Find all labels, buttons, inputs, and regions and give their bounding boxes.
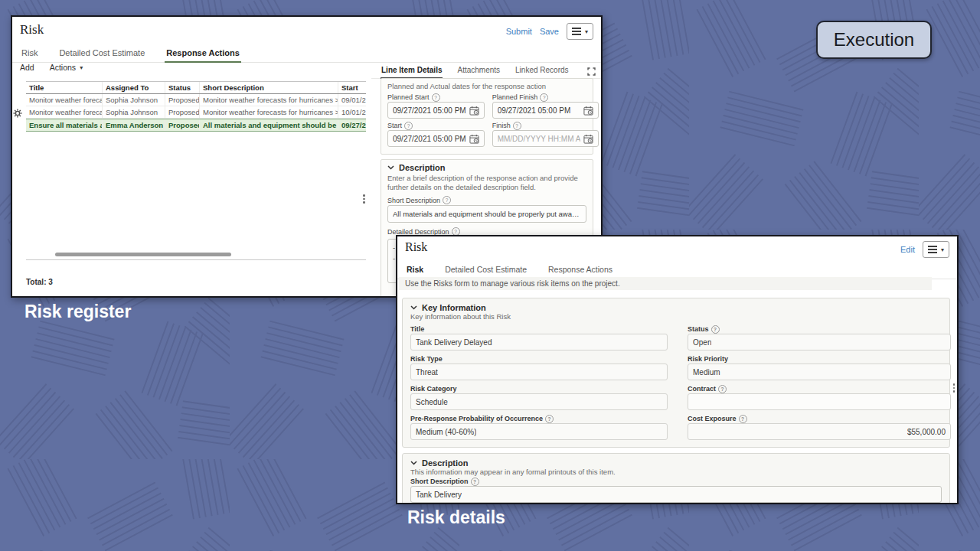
window-menu-button[interactable]: ▾ <box>923 241 949 258</box>
column-header-status[interactable]: Status <box>165 82 200 93</box>
panel-tab-linked-records[interactable]: Linked Records <box>514 63 569 79</box>
column-header-assigned-to[interactable]: Assigned To <box>103 82 165 93</box>
risk-register-caption: Risk register <box>24 302 131 322</box>
gear-icon[interactable] <box>13 107 22 121</box>
status-input[interactable]: Open <box>688 334 951 350</box>
info-bar: Use the Risks form to manage various ris… <box>399 277 932 290</box>
add-button[interactable]: Add <box>20 63 34 72</box>
column-header-short-description[interactable]: Short Description <box>200 82 338 93</box>
window-title: Risk <box>405 240 427 254</box>
table-row-selected[interactable]: Ensure all materials are proper... Emma … <box>26 119 366 132</box>
help-icon[interactable]: ? <box>513 122 521 130</box>
calendar-icon[interactable] <box>469 106 479 116</box>
short-description-input[interactable]: All materials and equipment should be pr… <box>387 205 586 223</box>
table-row[interactable]: Monitor weather forecasts Sophia Johnson… <box>26 94 366 106</box>
calendar-icon[interactable] <box>469 134 479 144</box>
panel-resize-handle[interactable] <box>953 383 956 393</box>
title-input[interactable]: Tank Delivery Delayed <box>410 334 668 350</box>
planned-finish-input[interactable]: 09/27/2021 05:00 PM <box>492 102 599 119</box>
field-label-pre-response-probability: Pre-Response Probability of Occurrence? <box>410 414 668 423</box>
help-icon[interactable]: ? <box>471 478 479 486</box>
finish-input[interactable]: MM/DD/YYYY HH:MM A <box>492 130 599 147</box>
tab-risk[interactable]: Risk <box>20 44 39 63</box>
save-button[interactable]: Save <box>540 27 559 36</box>
risk-category-input[interactable]: Schedule <box>410 393 668 410</box>
tab-detailed-cost-estimate[interactable]: Detailed Cost Estimate <box>57 44 146 63</box>
help-icon[interactable]: ? <box>545 415 554 423</box>
column-header-start[interactable]: Start <box>338 82 366 93</box>
response-actions-table: Title Assigned To Status Short Descripti… <box>26 81 366 260</box>
field-label-short-description: Short Description? <box>387 196 586 205</box>
table-total: Total: 3 <box>26 278 53 286</box>
chevron-down-icon <box>410 305 417 310</box>
calendar-icon[interactable] <box>583 134 593 144</box>
chevron-down-icon: ▾ <box>80 64 83 71</box>
submit-button[interactable]: Submit <box>506 27 532 36</box>
tab-response-actions[interactable]: Response Actions <box>165 44 241 63</box>
risk-type-input[interactable]: Threat <box>410 364 668 380</box>
table-row[interactable]: Monitor weather forecasts Sophia Johnson… <box>26 106 366 119</box>
column-header-title[interactable]: Title <box>26 82 103 93</box>
edit-button[interactable]: Edit <box>900 245 915 254</box>
risk-details-window: Risk Edit ▾ Risk Detailed Cost Estimate … <box>396 235 959 504</box>
contract-input[interactable] <box>688 393 951 410</box>
field-label-cost-exposure: Cost Exposure? <box>688 414 951 423</box>
chevron-down-icon <box>387 165 394 170</box>
hamburger-icon <box>928 246 937 253</box>
actions-dropdown[interactable]: Actions ▾ <box>50 63 83 72</box>
horizontal-scrollbar[interactable] <box>55 253 231 256</box>
field-label-planned-start: Planned Start? <box>387 93 485 102</box>
window-title: Risk <box>20 22 44 37</box>
help-icon[interactable]: ? <box>739 415 747 423</box>
description-hint: This information may appear in any forma… <box>410 468 942 477</box>
key-information-hint: Key information about this Risk <box>410 312 942 321</box>
hamburger-icon <box>572 28 581 35</box>
help-icon[interactable]: ? <box>718 385 727 393</box>
chevron-down-icon: ▾ <box>941 246 944 253</box>
field-label-risk-priority: Risk Priority <box>688 354 951 364</box>
field-label-title: Title <box>410 324 668 334</box>
help-icon[interactable]: ? <box>404 122 413 130</box>
chevron-down-icon: ▾ <box>585 28 588 35</box>
stage-badge: Execution <box>816 21 932 59</box>
start-input[interactable]: 09/27/2021 05:00 PM <box>387 130 485 147</box>
pre-response-probability-input[interactable]: Medium (40-60%) <box>410 423 668 440</box>
field-label-risk-type: Risk Type <box>410 354 668 364</box>
help-icon[interactable]: ? <box>711 325 720 334</box>
planned-start-input[interactable]: 09/27/2021 05:00 PM <box>387 102 485 119</box>
dates-hint: Planned and Actual dates for the respons… <box>387 82 586 91</box>
field-label-start: Start? <box>387 121 485 130</box>
expand-icon[interactable] <box>587 65 596 79</box>
help-icon[interactable]: ? <box>443 196 451 204</box>
risk-details-caption: Risk details <box>407 507 505 528</box>
short-description-input[interactable]: Tank Delivery <box>410 486 942 503</box>
description-section-header[interactable]: Description <box>410 458 942 468</box>
window-menu-button[interactable]: ▾ <box>567 23 593 40</box>
field-label-status: Status? <box>688 324 951 334</box>
key-information-section: Key Information Key information about th… <box>402 298 950 448</box>
help-icon[interactable]: ? <box>540 93 548 102</box>
panel-tab-attachments[interactable]: Attachments <box>456 63 501 79</box>
field-label-short-description: Short Description? <box>410 477 942 486</box>
table-header-row: Title Assigned To Status Short Descripti… <box>26 81 366 94</box>
field-label-planned-finish: Planned Finish? <box>492 93 599 102</box>
calendar-icon[interactable] <box>583 106 593 116</box>
risk-priority-input[interactable]: Medium <box>688 364 951 380</box>
cost-exposure-input[interactable]: $55,000.00 <box>688 423 951 440</box>
chevron-down-icon <box>410 461 417 465</box>
description-section-header[interactable]: Description <box>387 163 586 172</box>
panel-tab-line-item-details[interactable]: Line Item Details <box>381 63 443 79</box>
panel-resize-handle[interactable] <box>363 194 365 204</box>
description-hint: Enter a brief description of the respons… <box>387 174 586 193</box>
field-label-finish: Finish? <box>492 121 599 130</box>
help-icon[interactable]: ? <box>432 93 440 102</box>
key-information-header[interactable]: Key Information <box>410 303 942 312</box>
field-label-contract: Contract? <box>688 384 951 393</box>
field-label-risk-category: Risk Category <box>410 384 668 393</box>
description-section: Description This information may appear … <box>402 453 950 504</box>
